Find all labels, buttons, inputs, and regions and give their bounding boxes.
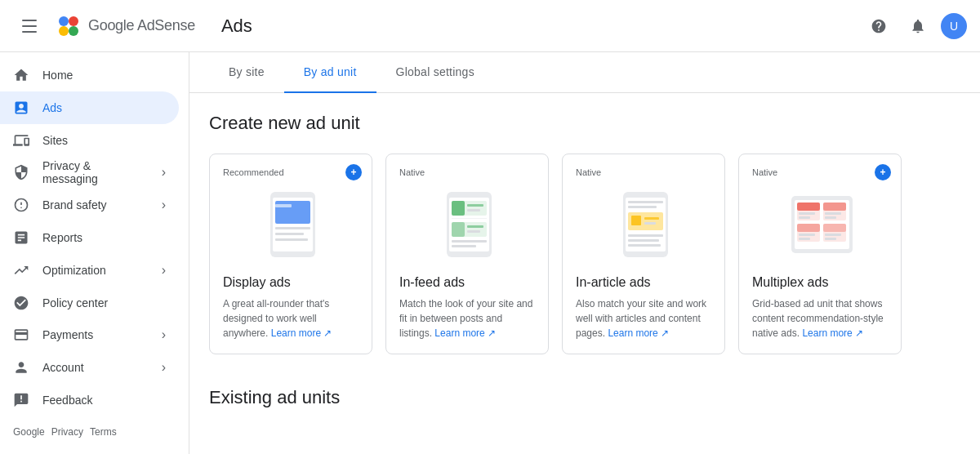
sidebar-item-brand-safety[interactable]: Brand safety › (0, 189, 179, 221)
expand-icon-payments: › (162, 327, 166, 342)
learn-more-infeed[interactable]: Learn more ↗ (434, 327, 496, 339)
footer-privacy-link[interactable]: Privacy (51, 426, 83, 438)
header-right: U (862, 10, 967, 42)
card-new-badge-display: + (345, 164, 362, 180)
hamburger-button[interactable] (13, 10, 46, 42)
svg-point-2 (59, 26, 69, 36)
svg-rect-34 (644, 217, 659, 220)
svg-rect-42 (797, 203, 820, 211)
sidebar-item-sites[interactable]: Sites (0, 124, 179, 157)
privacy-icon (13, 164, 29, 180)
footer-terms-link[interactable]: Terms (90, 426, 117, 438)
tabs-bar: By site By ad unit Global settings (189, 52, 980, 93)
svg-rect-54 (823, 224, 846, 232)
svg-rect-55 (825, 234, 841, 236)
learn-more-display[interactable]: Learn more ↗ (271, 327, 332, 339)
card-multiplex-ads[interactable]: Native + (738, 154, 902, 354)
feedback-icon (13, 392, 29, 408)
in-article-illustration (599, 188, 688, 261)
svg-rect-52 (799, 238, 810, 240)
svg-rect-46 (823, 203, 846, 211)
tab-by-site[interactable]: By site (209, 52, 284, 93)
svg-rect-17 (452, 201, 465, 216)
card-in-article-ads[interactable]: Native (562, 154, 725, 354)
learn-more-inarticle[interactable]: Learn more ↗ (608, 327, 669, 339)
card-in-feed-ads[interactable]: Native (385, 154, 549, 354)
svg-point-3 (69, 26, 78, 36)
card-title-inarticle: In-article ads (576, 275, 711, 290)
sidebar-item-payments[interactable]: Payments › (0, 319, 179, 352)
ad-unit-cards: Recommended + (209, 154, 960, 354)
expand-icon-privacy: › (162, 165, 166, 180)
sidebar-item-optimization[interactable]: Optimization › (0, 254, 179, 287)
display-ads-illustration (246, 188, 336, 261)
card-new-badge-multiplex: + (875, 164, 891, 180)
svg-rect-20 (452, 218, 487, 219)
sidebar-item-privacy-messaging[interactable]: Privacy & messaging › (0, 156, 179, 189)
brand-safety-icon (13, 197, 29, 213)
card-badge-display: Recommended (223, 167, 359, 177)
footer-brand: Google (13, 426, 45, 438)
empty-state (209, 428, 960, 454)
layout: Home Ads Sites Privacy & messaging › (0, 52, 980, 454)
sidebar-item-reports[interactable]: Reports (0, 221, 179, 254)
card-title-display: Display ads (223, 275, 359, 290)
card-badge-multiplex: Native (752, 167, 888, 177)
card-img-infeed (399, 184, 535, 265)
card-desc-multiplex: Grid-based ad unit that shows content re… (752, 296, 888, 340)
learn-more-multiplex[interactable]: Learn more ↗ (802, 327, 863, 339)
card-title-infeed: In-feed ads (399, 275, 535, 290)
sidebar-label-feedback: Feedback (42, 394, 92, 407)
svg-rect-22 (452, 222, 465, 237)
main-content: By site By ad unit Global settings Creat… (189, 52, 980, 454)
header: Google AdSense Ads U (0, 0, 980, 52)
svg-point-6 (20, 207, 22, 209)
svg-rect-56 (825, 238, 836, 240)
tab-by-ad-unit[interactable]: By ad unit (284, 52, 376, 93)
svg-point-0 (59, 16, 69, 26)
expand-icon-brand: › (162, 198, 166, 212)
card-display-ads[interactable]: Recommended + (209, 154, 372, 354)
card-img-display (223, 184, 359, 265)
sidebar-label-brand-safety: Brand safety (42, 198, 107, 211)
sidebar-item-policy-center[interactable]: Policy center (0, 287, 179, 319)
optimization-icon (13, 262, 29, 278)
sidebar-item-account[interactable]: Account › (0, 351, 179, 384)
avatar[interactable]: U (941, 13, 967, 39)
svg-rect-51 (799, 234, 815, 236)
tab-global-settings[interactable]: Global settings (376, 52, 494, 93)
svg-rect-11 (275, 227, 310, 229)
sidebar-label-home: Home (42, 69, 73, 82)
expand-icon-account: › (162, 360, 166, 375)
multiplex-illustration (775, 188, 865, 261)
svg-rect-36 (628, 234, 663, 237)
hamburger-icon (16, 13, 43, 39)
svg-point-1 (69, 16, 78, 26)
sidebar-label-ads: Ads (42, 101, 62, 114)
sidebar-item-ads[interactable]: Ads (0, 91, 179, 124)
svg-rect-23 (467, 225, 483, 228)
sidebar-label-policy: Policy center (42, 296, 108, 309)
svg-rect-37 (628, 239, 659, 242)
svg-rect-43 (799, 212, 815, 215)
notifications-button[interactable] (902, 10, 934, 42)
sidebar-item-feedback[interactable]: Feedback (0, 384, 179, 416)
payments-icon (13, 327, 29, 343)
svg-rect-33 (631, 216, 641, 225)
card-img-multiplex (752, 184, 888, 265)
svg-rect-35 (644, 222, 656, 225)
policy-icon (13, 295, 29, 311)
sidebar-label-sites: Sites (42, 134, 68, 147)
help-icon (871, 18, 887, 34)
svg-rect-13 (275, 238, 308, 241)
logo-text: Google AdSense (88, 17, 195, 34)
sidebar: Home Ads Sites Privacy & messaging › (0, 52, 189, 454)
reports-icon (13, 229, 29, 246)
help-button[interactable] (862, 10, 895, 42)
svg-rect-30 (628, 206, 657, 208)
header-left: Google AdSense (13, 10, 195, 42)
card-badge-infeed: Native (399, 167, 535, 177)
sidebar-item-home[interactable]: Home (0, 59, 179, 91)
svg-rect-10 (275, 204, 292, 207)
sidebar-label-payments: Payments (42, 328, 93, 341)
